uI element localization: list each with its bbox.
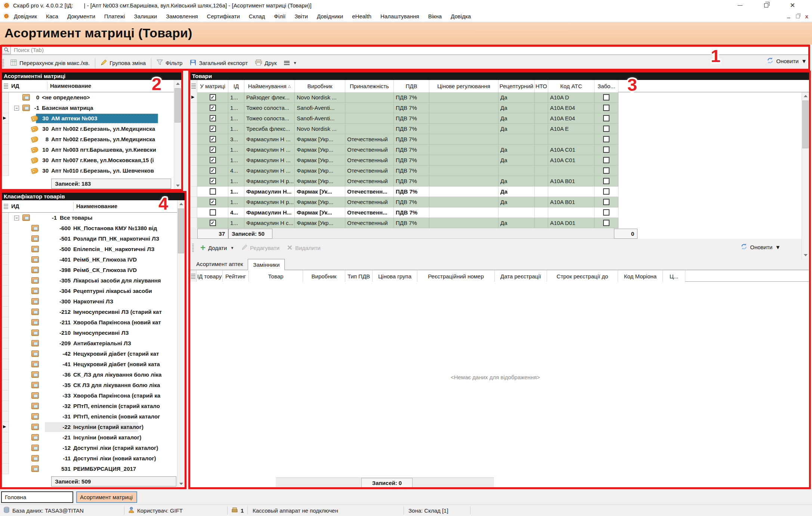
checkbox-checked-icon[interactable]: ✓	[210, 94, 216, 101]
product-row[interactable]: ✓1...Фармасулин Н р...Фармак [Укр...Отеч…	[190, 176, 618, 186]
column-chooser-icon[interactable]	[4, 204, 8, 209]
forbidden-cell[interactable]	[595, 145, 618, 155]
product-row[interactable]: ✓3...Фармасулин Н ...Фармак [Укр...Отече…	[190, 134, 618, 145]
minimize-button[interactable]	[738, 5, 742, 6]
checkbox-unchecked-icon[interactable]	[210, 188, 216, 195]
in-matrix-cell[interactable]: ✓	[197, 134, 228, 145]
tree-row[interactable]: -31РПтП, епілепсія (новий каталог	[1, 411, 176, 422]
tree-row[interactable]: -33Хвороба Паркінсона (старий ка	[1, 390, 176, 401]
forbidden-cell[interactable]	[595, 92, 618, 103]
column-header[interactable]: Тип ПДВ	[345, 270, 373, 282]
list-options-button[interactable]: ▼	[280, 58, 300, 69]
in-matrix-cell[interactable]: ✓	[197, 155, 228, 166]
tab-assortment-pharmacies[interactable]: Асортимент аптек	[191, 259, 248, 270]
scroll-down-icon[interactable]	[177, 480, 185, 488]
tree-row[interactable]: 0<не определено>	[1, 92, 173, 103]
product-row[interactable]: 1...Фармасулин Н...Фармак [Ук...Отечеств…	[190, 186, 618, 197]
tree-row[interactable]: -500Епілепсія_ НК_наркотичні ЛЗ	[1, 244, 176, 254]
column-header[interactable]: Забо...	[595, 80, 618, 92]
forbidden-cell[interactable]	[595, 166, 618, 176]
scroll-up-icon[interactable]	[177, 200, 185, 208]
tree-row[interactable]: -41Нецукровий діабет (новий ката	[1, 359, 176, 370]
column-header[interactable]: Найменування△	[244, 80, 295, 92]
search-input[interactable]	[11, 47, 809, 53]
tree-row[interactable]: 10Апт №003 пгт.Барышевка, ул.Киевски	[1, 145, 173, 155]
checkbox-unchecked-icon[interactable]	[603, 199, 609, 205]
bottom-tab-home[interactable]: Головна	[1, 491, 73, 503]
tree-row[interactable]: -21Інсуліни (новий каталог)	[1, 432, 176, 443]
checkbox-checked-icon[interactable]: ✓	[210, 167, 216, 174]
product-row[interactable]: ✓1...Фармасулин Н р...Фармак [Укр...Отеч…	[190, 197, 618, 207]
menu-item-6[interactable]: Замовлення	[161, 13, 202, 19]
mdi-restore-button[interactable]	[796, 15, 800, 18]
edit-button[interactable]: Редагувати	[238, 242, 283, 253]
tree-row[interactable]: 30Апт №007 г.Киев, ул.Московская,15 (і	[1, 155, 173, 166]
column-header[interactable]: НТО	[535, 80, 548, 92]
menu-item-12[interactable]: eHealth	[348, 13, 376, 19]
search-icon[interactable]	[2, 45, 11, 54]
column-header[interactable]: Рецептурний	[498, 80, 535, 92]
column-header[interactable]: ІД	[228, 80, 244, 92]
tree-row[interactable]: -398Реімб_СК_Глюкоза IVD	[1, 265, 176, 275]
tree-row[interactable]: -35СК ЛЗ для лікування болю ліка	[1, 380, 176, 390]
product-row[interactable]: ✓1...Тожео солоста...Sanofi-Aventi...ПДВ…	[190, 113, 618, 124]
menu-item-10[interactable]: Звіти	[290, 13, 312, 19]
forbidden-cell[interactable]	[595, 176, 618, 186]
collapse-icon[interactable]: –	[14, 106, 19, 111]
column-header[interactable]: Код Моріона	[618, 270, 663, 282]
product-row[interactable]: ✓1...Тресиба флекс...Novo Nordisk ...ПДВ…	[190, 124, 618, 134]
checkbox-checked-icon[interactable]: ✓	[210, 220, 216, 226]
tree-row[interactable]: –-1Базисная матрица	[1, 103, 173, 113]
checkbox-unchecked-icon[interactable]	[603, 146, 609, 153]
checkbox-unchecked-icon[interactable]	[603, 220, 609, 226]
forbidden-cell[interactable]	[595, 124, 618, 134]
column-chooser-icon[interactable]	[4, 84, 8, 89]
product-row[interactable]: ✓4...Фармасулин Н ...Фармак [Укр...Отече…	[190, 166, 618, 176]
menu-item-15[interactable]: Довідка	[446, 13, 475, 19]
checkbox-checked-icon[interactable]: ✓	[210, 157, 216, 163]
scrollbar-thumb[interactable]	[178, 208, 184, 253]
column-header[interactable]: ІД товару	[197, 270, 223, 282]
forbidden-cell[interactable]	[595, 207, 618, 218]
scroll-down-icon[interactable]	[802, 251, 809, 259]
in-matrix-cell[interactable]: ✓	[197, 113, 228, 124]
in-matrix-cell[interactable]: ✓	[197, 166, 228, 176]
column-header-id[interactable]: ИД	[11, 80, 19, 92]
checkbox-unchecked-icon[interactable]	[603, 105, 609, 111]
mdi-close-button[interactable]: x	[805, 13, 808, 19]
tree-row[interactable]: -36СК_ЛЗ для лікування болю ліка	[1, 370, 176, 380]
forbidden-cell[interactable]	[595, 186, 618, 197]
tree-row[interactable]: –-1Все товары	[1, 213, 176, 223]
product-row[interactable]: ✓1...Тожео солоста...Sanofi-Aventi...ПДВ…	[190, 103, 618, 113]
column-chooser-icon[interactable]	[190, 80, 197, 92]
restore-button[interactable]	[764, 3, 768, 7]
refresh-button[interactable]: Оновити ▼	[767, 57, 807, 65]
scrollbar-thumb[interactable]	[175, 88, 181, 123]
toolbar-grip-handle[interactable]	[192, 244, 194, 252]
scroll-up-icon[interactable]	[802, 92, 809, 100]
product-row[interactable]: ✓1...Фармасулин Н ...Фармак [Укр...Отече…	[190, 145, 618, 155]
column-header[interactable]: ПДВ	[394, 80, 429, 92]
column-header[interactable]: У матриці	[197, 80, 228, 92]
toolbar-grip-handle[interactable]	[2, 59, 4, 67]
tree-row[interactable]: -209Антибактеріальні ЛЗ	[1, 338, 176, 349]
column-chooser-icon[interactable]	[190, 270, 197, 282]
checkbox-unchecked-icon[interactable]	[603, 126, 609, 132]
in-matrix-cell[interactable]: ✓	[197, 124, 228, 134]
in-matrix-cell[interactable]: ✓	[197, 145, 228, 155]
product-row[interactable]: ✓1...Фармасулин Н ...Фармак [Укр...Отече…	[190, 155, 618, 166]
export-button[interactable]: Загальний експорт	[186, 58, 251, 69]
forbidden-cell[interactable]	[595, 155, 618, 166]
checkbox-checked-icon[interactable]: ✓	[210, 178, 216, 184]
forbidden-cell[interactable]	[595, 113, 618, 124]
menu-item-3[interactable]: Документи	[63, 13, 100, 19]
tree-row[interactable]: -11Доступні ліки (новий каталог)	[1, 453, 176, 464]
column-header[interactable]: Виробник	[295, 80, 345, 92]
column-header-name[interactable]: Наименование	[76, 200, 117, 212]
tree-row[interactable]: -42Нецукровий діабет (старий кат	[1, 349, 176, 359]
classifier-scrollbar[interactable]	[177, 200, 185, 488]
menu-item-5[interactable]: Залишки	[130, 13, 162, 19]
forbidden-cell[interactable]	[595, 134, 618, 145]
forbidden-cell[interactable]	[595, 197, 618, 207]
checkbox-unchecked-icon[interactable]	[603, 178, 609, 184]
